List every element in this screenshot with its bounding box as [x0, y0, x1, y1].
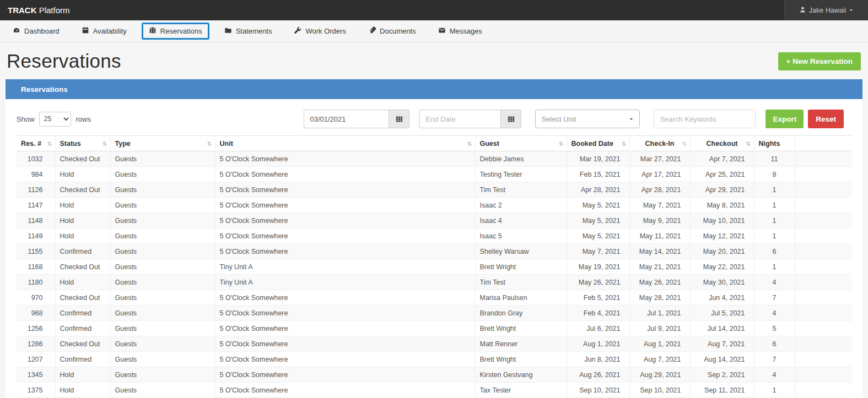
cell-nights: 7	[754, 352, 795, 367]
cell-res: 1155	[17, 244, 55, 259]
cell-guest: Kirsten Gestvang	[475, 367, 567, 383]
table-row[interactable]: 1375HoldGuests5 O'Clock SomewhereTax Tes…	[17, 383, 851, 398]
table-row[interactable]: 1180HoldGuestsTiny Unit ATim TestMay 26,…	[17, 275, 851, 290]
cell-status: Hold	[55, 275, 110, 290]
cell-guest: Tax Tester	[475, 383, 567, 398]
column-header-status[interactable]: Status⇅	[55, 136, 110, 151]
nav-label: Statements	[236, 27, 272, 35]
nav-item-work-orders[interactable]: Work Orders	[287, 23, 353, 40]
table-row[interactable]: 1155ConfirmedGuests5 O'Clock SomewhereSh…	[17, 244, 851, 259]
nav-item-reservations[interactable]: Reservations	[142, 23, 209, 40]
cell-guest: Tim Test	[475, 275, 567, 290]
column-label: Checkout	[707, 140, 738, 148]
cell-nights: 1	[754, 213, 795, 228]
cell-unit: 5 O'Clock Somewhere	[215, 167, 475, 182]
cell-checkin: Aug 7, 2021	[629, 352, 690, 367]
table-row[interactable]: 1149HoldGuests5 O'Clock SomewhereIsaac 5…	[17, 228, 851, 244]
table-row[interactable]: 1147HoldGuests5 O'Clock SomewhereIsaac 2…	[17, 198, 851, 213]
column-header-guest[interactable]: Guest⇅	[475, 136, 567, 151]
cell-checkout: Apr 29, 2021	[690, 182, 754, 198]
calendar-grid-icon[interactable]	[389, 110, 409, 128]
table-row[interactable]: 968ConfirmedGuests5 O'Clock SomewhereBra…	[17, 306, 851, 321]
cell-nights: 5	[754, 321, 795, 336]
cell-res: 970	[17, 290, 55, 306]
table-row[interactable]: 1207ConfirmedGuests5 O'Clock SomewhereBr…	[17, 352, 851, 367]
cell-status: Hold	[55, 367, 110, 383]
export-button[interactable]: Export	[765, 110, 804, 128]
cell-actions	[795, 383, 851, 398]
cell-res: 1147	[17, 198, 55, 213]
table-row[interactable]: 1286Checked OutGuests5 O'Clock Somewhere…	[17, 336, 851, 352]
cell-guest: Brett Wright	[475, 259, 567, 275]
column-header-checkin[interactable]: Check-In⇅	[629, 136, 690, 151]
reset-button[interactable]: Reset	[808, 110, 844, 128]
nav-item-documents[interactable]: Documents	[361, 23, 423, 40]
cell-type: Guests	[110, 275, 215, 290]
cell-status: Hold	[55, 228, 110, 244]
sort-icon[interactable]: ⇅	[47, 140, 52, 147]
table-row[interactable]: 1032Checked OutGuests5 O'Clock Somewhere…	[17, 151, 851, 167]
page-size-select[interactable]: 25	[39, 112, 71, 127]
sort-icon[interactable]: ⇅	[622, 140, 627, 147]
cell-checkin: May 7, 2021	[629, 198, 690, 213]
table-row[interactable]: 1345HoldGuests5 O'Clock SomewhereKirsten…	[17, 367, 851, 383]
cell-nights: 6	[754, 244, 795, 259]
cell-type: Guests	[110, 228, 215, 244]
column-header-checkout[interactable]: Checkout⇅	[690, 136, 754, 151]
end-date-input[interactable]	[419, 110, 500, 128]
cell-status: Confirmed	[55, 321, 110, 336]
calendar-grid-icon[interactable]	[500, 110, 521, 128]
start-date-group	[304, 110, 409, 128]
nav-item-statements[interactable]: Statements	[217, 23, 279, 40]
sort-icon[interactable]: ⇅	[467, 140, 472, 147]
nav-label: Dashboard	[24, 27, 60, 35]
table-row[interactable]: 1168Checked OutGuestsTiny Unit ABrett Wr…	[17, 259, 851, 275]
sort-icon[interactable]: ⇅	[103, 140, 107, 147]
cell-actions	[795, 259, 851, 275]
user-menu[interactable]: Jake Hawaii	[784, 0, 868, 20]
cell-res: 1286	[17, 336, 55, 352]
nav-label: Availability	[93, 27, 127, 35]
column-header-nights[interactable]: Nights	[754, 136, 795, 151]
table-row[interactable]: 970Checked OutGuests5 O'Clock SomewhereM…	[17, 290, 851, 306]
cell-booked: Feb 5, 2021	[567, 290, 629, 306]
cell-type: Guests	[110, 306, 215, 321]
cell-nights: 4	[754, 275, 795, 290]
cell-nights: 8	[754, 167, 795, 182]
sort-icon[interactable]: ⇅	[746, 140, 751, 147]
cell-booked: Apr 28, 2021	[567, 182, 629, 198]
nav-item-availability[interactable]: Availability	[74, 23, 134, 40]
show-label: Show	[17, 115, 35, 123]
start-date-input[interactable]	[304, 110, 389, 128]
end-date-group	[419, 110, 521, 128]
table-row[interactable]: 1148HoldGuests5 O'Clock SomewhereIsaac 4…	[17, 213, 851, 228]
cell-type: Guests	[110, 383, 215, 398]
column-header-res[interactable]: Res. #⇅	[17, 136, 55, 151]
user-icon	[799, 6, 806, 15]
column-header-type[interactable]: Type⇅	[110, 136, 215, 151]
nav-item-messages[interactable]: Messages	[431, 23, 489, 40]
cell-checkout: May 10, 2021	[690, 213, 754, 228]
plus-icon: +	[786, 57, 791, 66]
column-header-unit[interactable]: Unit⇅	[215, 136, 475, 151]
cell-unit: 5 O'Clock Somewhere	[215, 213, 475, 228]
unit-select[interactable]: Select Unit	[535, 110, 640, 128]
cell-type: Guests	[110, 259, 215, 275]
search-input[interactable]	[654, 110, 756, 128]
new-reservation-button[interactable]: + New Reservation	[778, 52, 861, 70]
table-row[interactable]: 1256ConfirmedGuests5 O'Clock SomewhereBr…	[17, 321, 851, 336]
sort-icon-active[interactable]: ⇅	[682, 140, 687, 147]
column-header-booked[interactable]: Booked Date⇅	[567, 136, 629, 151]
cell-checkout: May 8, 2021	[690, 198, 754, 213]
nav-item-dashboard[interactable]: Dashboard	[6, 23, 67, 40]
sort-icon[interactable]: ⇅	[559, 140, 564, 147]
cell-booked: May 19, 2021	[567, 259, 629, 275]
cell-actions	[795, 182, 851, 198]
table-row[interactable]: 984HoldGuests5 O'Clock SomewhereTesting …	[17, 167, 851, 182]
sort-icon[interactable]: ⇅	[207, 140, 212, 147]
app-brand: TRACK Platform	[8, 6, 70, 15]
cell-guest: Shelley Warsaw	[475, 244, 567, 259]
cell-booked: Feb 4, 2021	[567, 306, 629, 321]
cell-actions	[795, 275, 851, 290]
table-row[interactable]: 1126Checked OutGuests5 O'Clock Somewhere…	[17, 182, 851, 198]
